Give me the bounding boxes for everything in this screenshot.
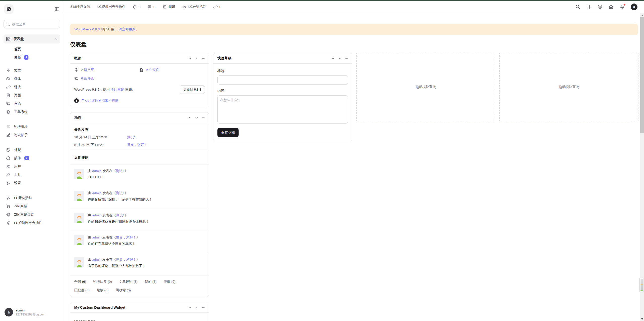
screen-options-icon[interactable] <box>586 4 591 9</box>
widget-collapse-icon[interactable] <box>202 57 205 60</box>
post-title-link[interactable]: 世界，您好！ <box>127 143 147 147</box>
search-icon[interactable] <box>575 4 580 9</box>
sidebar-item-zibll-theme-settings[interactable]: Zibll主题设置 <box>4 210 60 219</box>
sidebar-item-forum-sections[interactable]: 论坛版块 <box>4 123 60 131</box>
sidebar-item-forum-posts[interactable]: 论坛帖子 <box>4 131 60 139</box>
filter-spam[interactable]: 垃圾 (0) <box>97 288 108 293</box>
theme-link[interactable]: 子比主题 <box>111 87 124 92</box>
sidebar-item-media[interactable]: 媒体 <box>4 74 60 83</box>
posts-count-link[interactable]: 2 篇文章 <box>81 68 94 72</box>
widget-dropzone[interactable]: 拖动模块至此 <box>499 53 638 121</box>
filter-mine[interactable]: 我的 (5) <box>145 279 157 284</box>
filter-approved[interactable]: 已批准 (6) <box>74 288 90 293</box>
site-logo[interactable] <box>4 4 14 14</box>
sidebar-search[interactable] <box>4 20 60 28</box>
search-engine-notice-link[interactable]: 自动建议搜索引擎不抓取 <box>81 98 119 103</box>
minimap-line-orange <box>640 284 643 285</box>
widget-collapse-icon[interactable] <box>345 57 348 60</box>
draft-title-input[interactable] <box>217 75 348 85</box>
sidebar-item-settings[interactable]: 设置 <box>4 179 60 187</box>
adminbar-theme-settings-link[interactable]: Zibll主题设置 <box>70 5 90 9</box>
comment-author-link[interactable]: admin <box>92 213 101 217</box>
adminbar-plugin-link[interactable]: LC资源网夸夸插件 <box>97 5 126 9</box>
comment-author-link[interactable]: admin <box>92 258 101 261</box>
adminbar-lc-activity-link[interactable]: LC开奖活动 <box>182 5 206 9</box>
widget-collapse-icon[interactable] <box>202 306 205 309</box>
comment-post-link[interactable]: 测试1 <box>116 169 125 173</box>
post-title-link[interactable]: 测试1 <box>127 135 136 140</box>
sidebar-item-lc-plugin[interactable]: LC资源网夸夸插件 <box>4 219 60 227</box>
widget-move-down-icon[interactable] <box>338 57 341 60</box>
widget-move-up-icon[interactable] <box>188 116 191 119</box>
pages-count-link[interactable]: 5 个页面 <box>146 68 159 72</box>
sidebar-item-plugins[interactable]: 插件 2 <box>4 154 60 162</box>
adminbar-avatar[interactable]: a <box>631 4 637 10</box>
sidebar-item-updates[interactable]: 更新 3 <box>14 55 60 60</box>
svg-text:@: @ <box>599 6 601 8</box>
sidebar-collapse-icon[interactable] <box>55 7 60 12</box>
widget-move-up-icon[interactable] <box>188 306 191 309</box>
widget-title: 动态 <box>74 115 81 120</box>
widget-move-up-icon[interactable] <box>331 57 334 60</box>
adminbar-new-link[interactable]: 新建 <box>163 5 175 9</box>
widget-collapse-icon[interactable] <box>202 116 205 119</box>
sidebar-item-tools[interactable]: 工具 <box>4 171 60 179</box>
comment-post-link[interactable]: 世界，您好！ <box>116 258 136 261</box>
user-email: 1271803293@qq.com <box>16 313 45 316</box>
sidebar-search-input[interactable] <box>12 22 57 26</box>
widget-dropzone[interactable]: 拖动模块至此 <box>356 53 496 121</box>
home-icon[interactable] <box>609 4 614 9</box>
widget-move-down-icon[interactable] <box>195 116 198 119</box>
scrollbar-thumb[interactable] <box>640 17 644 133</box>
scroll-minimap[interactable] <box>639 278 644 292</box>
scroll-up-arrow[interactable] <box>640 13 644 17</box>
sidebar-item-posts[interactable]: 文章 <box>4 66 60 74</box>
scroll-down-arrow[interactable] <box>640 317 644 321</box>
sidebar-item-zibll-store[interactable]: Zibll商城 <box>4 202 60 210</box>
comment-author-link[interactable]: admin <box>92 169 101 173</box>
sidebar-item-tickets[interactable]: 工单系统 <box>4 108 60 116</box>
sidebar-item-appearance[interactable]: 外观 <box>4 146 60 154</box>
sidebar-user[interactable]: a admin 1271803293@qq.com <box>4 308 60 316</box>
sidebar-item-label: 外观 <box>14 148 21 152</box>
help-at-icon[interactable]: @ <box>597 4 602 9</box>
adminbar-item-label: 新建 <box>169 5 175 9</box>
comments-count-link[interactable]: 6 条评论 <box>81 76 94 81</box>
bracket: 》 <box>136 258 140 261</box>
comment-post-link[interactable]: 测试1 <box>116 191 125 195</box>
adminbar-comments-link[interactable]: 0 <box>147 5 156 9</box>
wordpress-version-link[interactable]: WordPress 6.8.3 <box>74 27 100 31</box>
widget-move-down-icon[interactable] <box>195 57 198 60</box>
widget-move-up-icon[interactable] <box>188 57 191 60</box>
comment-author-link[interactable]: admin <box>92 235 101 239</box>
comment-post-link[interactable]: 世界，您好！ <box>116 235 136 239</box>
notifications-bell-icon[interactable] <box>620 4 625 9</box>
sidebar-item-dashboard[interactable]: 仪表盘 <box>4 34 60 44</box>
cart-icon <box>6 204 11 209</box>
sidebar-item-home[interactable]: 首页 <box>14 47 60 52</box>
widget-title: My Custom Dashboard Widget <box>74 305 125 309</box>
adminbar-links-count[interactable]: 0 <box>213 5 221 9</box>
save-draft-button[interactable]: 保存草稿 <box>217 128 239 137</box>
quick-draft-widget: 快速草稿 标题 内容 保存草稿 <box>213 53 352 141</box>
update-version-button[interactable]: 更新到 6.8.3 <box>180 85 205 94</box>
sidebar-item-pages[interactable]: 页面 <box>4 91 60 99</box>
widget-move-down-icon[interactable] <box>195 306 198 309</box>
update-now-link[interactable]: 请立即更新 <box>119 27 136 31</box>
filter-pending[interactable]: 待审 (0) <box>164 279 175 284</box>
sidebar-item-lc-activity[interactable]: LC开奖活动 <box>4 194 60 202</box>
bracket: 》 <box>125 213 128 217</box>
filter-forum-replies[interactable]: 论坛回复 (0) <box>93 279 112 284</box>
adminbar-updates-link[interactable]: 3 <box>133 5 141 9</box>
filter-all[interactable]: 全部 (6) <box>74 279 86 284</box>
sidebar-item-comments[interactable]: 评论 <box>4 99 60 108</box>
sidebar-item-links[interactable]: 链接 <box>4 83 60 91</box>
filter-post-comments[interactable]: 文章评论 (6) <box>119 279 138 284</box>
comment-author-link[interactable]: admin <box>92 191 101 195</box>
filter-trash[interactable]: 回收站 (0) <box>116 288 131 293</box>
vertical-scrollbar[interactable] <box>640 13 644 321</box>
sidebar-item-users[interactable]: 用户 <box>4 162 60 171</box>
sidebar-item-label: 设置 <box>14 181 21 185</box>
draft-content-textarea[interactable] <box>217 95 348 124</box>
comment-post-link[interactable]: 测试1 <box>116 213 125 217</box>
